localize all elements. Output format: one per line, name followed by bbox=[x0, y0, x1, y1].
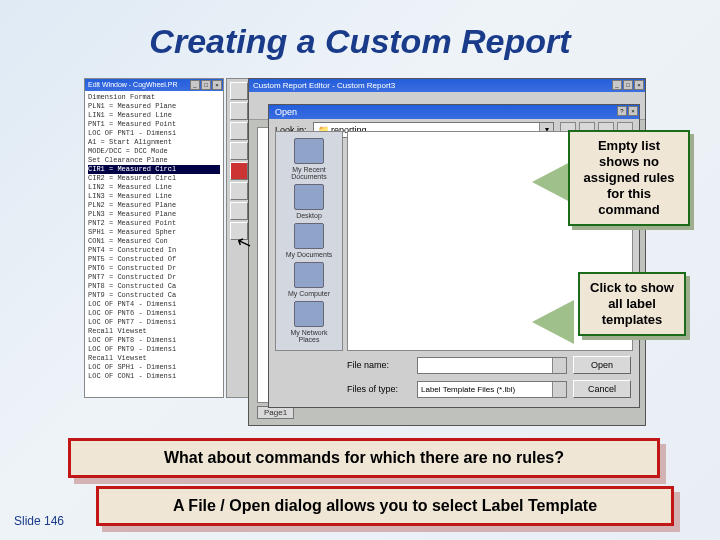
edit-window-title-text: Edit Window - CogWheel.PR bbox=[88, 81, 177, 88]
places-folder-icon bbox=[294, 262, 324, 288]
cre-minimize-button[interactable]: _ bbox=[612, 80, 622, 90]
tool-image-icon[interactable] bbox=[230, 142, 248, 160]
edit-line[interactable]: PLN1 = Measured Plane bbox=[88, 102, 220, 111]
open-help-button[interactable]: ? bbox=[617, 106, 627, 116]
edit-line[interactable]: LOC OF SPH1 - Dimensi bbox=[88, 363, 220, 372]
places-item[interactable]: My Network Places bbox=[281, 301, 337, 343]
edit-line[interactable]: SPH1 = Measured Spher bbox=[88, 228, 220, 237]
edit-line[interactable]: CIR2 = Measured Circl bbox=[88, 174, 220, 183]
cancel-button[interactable]: Cancel bbox=[573, 380, 631, 398]
places-label: My Computer bbox=[281, 290, 337, 297]
close-button[interactable]: × bbox=[212, 80, 222, 90]
places-label: My Network Places bbox=[281, 329, 337, 343]
redbox-answer: A File / Open dialog allows you to selec… bbox=[96, 486, 674, 526]
minimize-button[interactable]: _ bbox=[190, 80, 200, 90]
edit-line[interactable]: LIN3 = Measured Line bbox=[88, 192, 220, 201]
filter-dropdown-icon[interactable] bbox=[552, 382, 566, 397]
slide-title: Creating a Custom Report bbox=[0, 22, 720, 61]
edit-line[interactable]: PNT4 = Constructed In bbox=[88, 246, 220, 255]
places-bar: My Recent DocumentsDesktopMy DocumentsMy… bbox=[275, 131, 343, 351]
edit-line[interactable]: CON1 = Measured Con bbox=[88, 237, 220, 246]
edit-line[interactable]: LIN2 = Measured Line bbox=[88, 183, 220, 192]
filter-label: Files of type: bbox=[347, 384, 411, 394]
tool-c-icon[interactable] bbox=[230, 202, 248, 220]
tool-circle-icon[interactable] bbox=[230, 122, 248, 140]
redbox-question: What about commands for which there are … bbox=[68, 438, 660, 478]
open-dialog-title-text: Open bbox=[275, 107, 297, 117]
edit-window-body: Dimension FormatPLN1 = Measured PlaneLIN… bbox=[85, 91, 223, 383]
places-label: Desktop bbox=[281, 212, 337, 219]
edit-line[interactable]: PLN2 = Measured Plane bbox=[88, 201, 220, 210]
slide-number: Slide 146 bbox=[14, 514, 64, 528]
edit-line[interactable]: PNT7 = Constructed Dr bbox=[88, 273, 220, 282]
filename-label: File name: bbox=[347, 360, 411, 370]
cre-close-button[interactable]: × bbox=[634, 80, 644, 90]
filename-dropdown-icon[interactable] bbox=[552, 358, 566, 373]
edit-line[interactable]: PNT9 = Constructed Ca bbox=[88, 291, 220, 300]
edit-line[interactable]: PNT6 = Constructed Dr bbox=[88, 264, 220, 273]
edit-line[interactable]: Recall Viewset bbox=[88, 327, 220, 336]
places-folder-icon bbox=[294, 301, 324, 327]
edit-line[interactable]: LOC OF CON1 - Dimensi bbox=[88, 372, 220, 381]
places-label: My Recent Documents bbox=[281, 166, 337, 180]
places-item[interactable]: My Recent Documents bbox=[281, 138, 337, 180]
edit-line[interactable]: LOC OF PNT7 - Dimensi bbox=[88, 318, 220, 327]
cre-title-text: Custom Report Editor - Custom Report3 bbox=[253, 81, 395, 90]
edit-line[interactable]: PLN3 = Measured Plane bbox=[88, 210, 220, 219]
edit-line[interactable]: PNT2 = Measured Point bbox=[88, 219, 220, 228]
open-button[interactable]: Open bbox=[573, 356, 631, 374]
edit-line[interactable]: PNT1 = Measured Point bbox=[88, 120, 220, 129]
edit-line[interactable]: LIN1 = Measured Line bbox=[88, 111, 220, 120]
edit-window: Edit Window - CogWheel.PR _ □ × Dimensio… bbox=[84, 78, 224, 398]
filter-combo[interactable]: Label Template Files (*.lbl) bbox=[417, 381, 567, 398]
places-label: My Documents bbox=[281, 251, 337, 258]
edit-line[interactable]: LOC OF PNT8 - Dimensi bbox=[88, 336, 220, 345]
arrow-click-show-icon bbox=[532, 300, 574, 344]
edit-line[interactable]: LOC OF PNT9 - Dimensi bbox=[88, 345, 220, 354]
maximize-button[interactable]: □ bbox=[201, 80, 211, 90]
tool-a-icon[interactable] bbox=[230, 182, 248, 200]
edit-line[interactable]: MODE/DCC = DCC Mode bbox=[88, 147, 220, 156]
places-folder-icon bbox=[294, 138, 324, 164]
cre-menubar bbox=[249, 92, 645, 104]
places-item[interactable]: My Documents bbox=[281, 223, 337, 258]
places-item[interactable]: Desktop bbox=[281, 184, 337, 219]
tool-pointer-icon[interactable] bbox=[230, 82, 248, 100]
edit-window-titlebar: Edit Window - CogWheel.PR _ □ × bbox=[85, 79, 223, 91]
edit-line[interactable]: LOC OF PNT4 - Dimensi bbox=[88, 300, 220, 309]
edit-line[interactable]: Set Clearance Plane bbox=[88, 156, 220, 165]
tool-red-icon[interactable] bbox=[230, 162, 248, 180]
edit-line[interactable]: LOC OF PNT1 - Dimensi bbox=[88, 129, 220, 138]
edit-line[interactable]: LOC OF PNT6 - Dimensi bbox=[88, 309, 220, 318]
open-dialog-titlebar: Open ? × bbox=[269, 105, 639, 119]
edit-line[interactable]: Recall Viewset bbox=[88, 354, 220, 363]
places-item[interactable]: My Computer bbox=[281, 262, 337, 297]
work-area: Edit Window - CogWheel.PR _ □ × Dimensio… bbox=[84, 78, 646, 428]
open-close-button[interactable]: × bbox=[628, 106, 638, 116]
callout-empty-list: Empty list shows no assigned rules for t… bbox=[568, 130, 690, 226]
places-folder-icon bbox=[294, 223, 324, 249]
cre-titlebar: Custom Report Editor - Custom Report3 _ … bbox=[249, 79, 645, 92]
edit-line[interactable]: A1 = Start Alignment bbox=[88, 138, 220, 147]
cre-maximize-button[interactable]: □ bbox=[623, 80, 633, 90]
edit-line[interactable]: CIR1 = Measured Circl bbox=[88, 165, 220, 174]
callout-click-show: Click to show all label templates bbox=[578, 272, 686, 336]
edit-line[interactable]: Dimension Format bbox=[88, 93, 220, 102]
edit-line[interactable]: PNT8 = Constructed Ca bbox=[88, 282, 220, 291]
filename-field[interactable] bbox=[417, 357, 567, 374]
places-folder-icon bbox=[294, 184, 324, 210]
filter-value: Label Template Files (*.lbl) bbox=[418, 385, 515, 394]
edit-line[interactable]: PNT5 = Constructed Of bbox=[88, 255, 220, 264]
tool-line-icon[interactable] bbox=[230, 102, 248, 120]
